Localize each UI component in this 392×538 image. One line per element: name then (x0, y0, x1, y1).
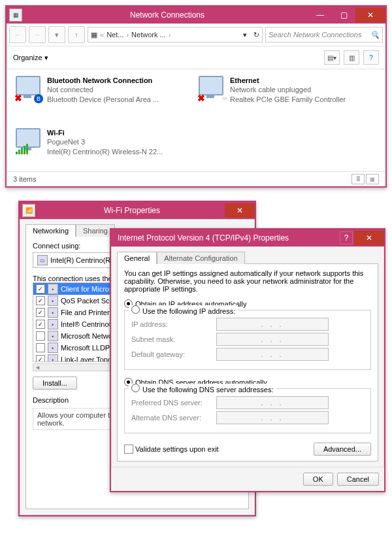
radio-icon[interactable] (131, 305, 140, 314)
checkbox-icon[interactable] (36, 331, 45, 341)
error-x-icon: ✖ (197, 93, 205, 103)
breadcrumb-part[interactable]: Network ... (131, 31, 166, 39)
tab-sharing[interactable]: Sharing (76, 224, 115, 237)
checkbox-icon[interactable]: ✓ (36, 296, 45, 305)
component-label: File and Printer (61, 309, 110, 316)
pdns-label: Preferred DNS server: (131, 399, 216, 407)
connection-status: PogueNet 3 (47, 137, 163, 146)
icons-view-button[interactable]: ▦ (366, 174, 379, 184)
validate-checkbox[interactable]: Validate settings upon exit (124, 445, 219, 454)
component-label: Intel® Centrino® (61, 320, 114, 328)
titlebar[interactable]: Internet Protocol Version 4 (TCP/IPv4) P… (111, 229, 384, 246)
view-switcher: ≣ ▦ (351, 174, 379, 184)
details-view-button[interactable]: ≣ (351, 174, 365, 184)
static-ip-group: Use the following IP address: IP address… (124, 310, 371, 370)
checkbox-icon[interactable]: ✓ (36, 355, 45, 362)
dialog-buttons: OK Cancel (111, 467, 384, 491)
up-button[interactable]: ↑ (68, 26, 85, 43)
radio-icon[interactable] (131, 384, 140, 392)
component-label: Microsoft LLDP (61, 344, 110, 352)
close-button[interactable]: ✕ (355, 8, 385, 22)
connection-wifi[interactable]: Wi-Fi PogueNet 3 Intel(R) Centrino(R) Wi… (16, 128, 186, 167)
recent-button[interactable]: ▾ (48, 26, 65, 43)
maximize-button[interactable]: ▢ (332, 8, 355, 22)
adns-field[interactable]: . . . (216, 411, 329, 424)
connection-device: Realtek PCIe GBE Family Controller (230, 95, 346, 104)
cancel-button[interactable]: Cancel (337, 473, 379, 486)
minimize-button[interactable]: — (308, 8, 332, 22)
back-button[interactable]: ← (9, 26, 26, 43)
item-count: 3 items (13, 175, 36, 183)
component-label: Link-Layer Topo (61, 356, 112, 362)
window-title: Wi-Fi Properties (39, 206, 225, 215)
connection-name: Ethernet (230, 76, 346, 85)
bluetooth-icon: B (34, 94, 43, 103)
breadcrumb-root-icon: ▦ (91, 31, 97, 39)
search-placeholder: Search Network Connections (269, 31, 361, 39)
connection-device: Bluetooth Device (Personal Area ... (47, 95, 159, 104)
gateway-field[interactable]: . . . (216, 348, 329, 361)
view-menu-button[interactable]: ▤▾ (324, 50, 340, 65)
install-button[interactable]: Install... (33, 377, 77, 390)
titlebar[interactable]: ▦ Network Connections — ▢ ✕ (7, 7, 385, 24)
ok-button[interactable]: OK (303, 473, 333, 486)
checkbox-icon[interactable]: ✓ (36, 320, 45, 329)
component-icon: ▪ (48, 307, 58, 318)
close-button[interactable]: ✕ (354, 231, 384, 245)
component-icon: ▪ (48, 319, 58, 329)
checkbox-icon[interactable] (36, 343, 45, 352)
help-button[interactable]: ? (340, 231, 353, 244)
component-icon: ▪ (48, 331, 58, 341)
search-input[interactable]: Search Network Connections 🔍 (265, 27, 383, 42)
tab-alternate[interactable]: Alternate Configuration (157, 252, 245, 264)
help-button[interactable]: ? (363, 50, 379, 65)
static-dns-group: Use the following DNS server addresses: … (124, 388, 371, 433)
component-label: Microsoft Netwo (61, 332, 112, 340)
window-title: Network Connections (26, 10, 308, 20)
mask-field[interactable]: . . . (216, 333, 329, 346)
mask-label: Subnet mask: (131, 335, 216, 343)
network-connections-window: ▦ Network Connections — ▢ ✕ ← → ▾ ↑ ▦ « … (5, 5, 387, 188)
checkbox-icon[interactable]: ✓ (36, 308, 45, 317)
chevron-icon: « (100, 31, 104, 39)
command-bar: Organize ▾ ▤▾ ▥ ? (7, 46, 385, 69)
organize-menu[interactable]: Organize ▾ (13, 54, 48, 62)
component-label: QoS Packet Sc (61, 297, 110, 305)
ethernet-connection-icon: ✖⎓ (199, 76, 225, 102)
close-button[interactable]: ✕ (225, 203, 255, 218)
adapter-icon: 📶 (22, 204, 35, 217)
connections-list: ✖B Bluetooth Network Connection Not conn… (7, 69, 385, 171)
radio-use-dns[interactable]: Use the following DNS server addresses: (142, 386, 274, 394)
ip-label: IP address: (131, 320, 216, 328)
component-label: Client for Micros (61, 285, 112, 293)
radio-use-ip[interactable]: Use the following IP address: (142, 307, 235, 315)
forward-button[interactable]: → (29, 26, 46, 43)
advanced-button[interactable]: Advanced... (314, 443, 371, 456)
connection-ethernet[interactable]: ✖⎓ Ethernet Network cable unplugged Real… (199, 76, 368, 115)
tab-networking[interactable]: Networking (25, 224, 76, 237)
refresh-icon[interactable]: ↻ (253, 31, 259, 39)
ipv4-properties-window: Internet Protocol Version 4 (TCP/IPv4) P… (110, 228, 385, 492)
component-icon: ▪ (48, 295, 58, 306)
chevron-icon: › (169, 31, 171, 39)
chevron-icon: › (126, 31, 129, 39)
titlebar[interactable]: 📶 Wi-Fi Properties ✕ (20, 202, 255, 219)
checkbox-icon[interactable]: ✓ (36, 284, 45, 294)
plug-icon: ⎓ (222, 93, 227, 103)
adapter-name: Intel(R) Centrino(R (50, 256, 110, 264)
breadcrumb[interactable]: ▦ « Net... › Network ... › ▾ ↻ (88, 27, 263, 42)
window-buttons: — ▢ ✕ (308, 8, 385, 22)
ip-field[interactable]: . . . (216, 318, 329, 331)
breadcrumb-part[interactable]: Net... (106, 31, 123, 39)
connection-status: Not connected (47, 85, 159, 94)
component-icon: ▪ (48, 354, 58, 362)
pdns-field[interactable]: . . . (216, 396, 329, 409)
connection-bluetooth[interactable]: ✖B Bluetooth Network Connection Not conn… (16, 76, 186, 115)
nic-icon: ▭ (37, 255, 48, 265)
bluetooth-connection-icon: ✖B (16, 76, 42, 102)
dropdown-icon[interactable]: ▾ (243, 31, 247, 39)
adns-label: Alternate DNS server: (131, 414, 216, 422)
tab-general[interactable]: General (117, 252, 157, 264)
error-x-icon: ✖ (14, 93, 22, 103)
details-pane-button[interactable]: ▥ (344, 50, 359, 65)
